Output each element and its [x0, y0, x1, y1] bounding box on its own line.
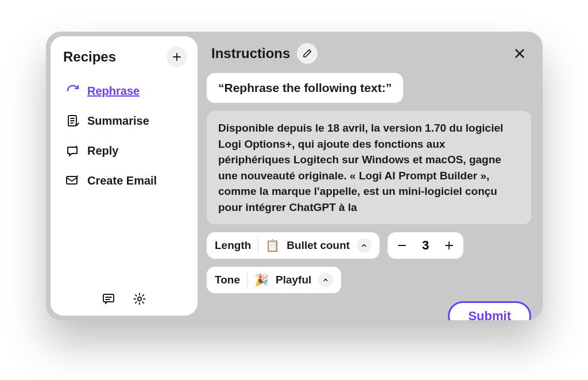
sidebar-item-rephrase[interactable]: Rephrase [59, 78, 189, 104]
chat-icon [102, 292, 115, 306]
increment-button[interactable] [440, 237, 458, 254]
reply-icon [65, 143, 80, 158]
recipe-label: Create Email [87, 174, 157, 187]
add-recipe-button[interactable] [167, 47, 187, 67]
clipboard-icon: 📋 [265, 239, 280, 252]
feedback-button[interactable] [101, 291, 116, 306]
submit-row: Submit [207, 301, 531, 320]
length-mode: Bullet count [287, 239, 350, 252]
submit-button[interactable]: Submit [448, 301, 531, 320]
divider [258, 238, 258, 253]
svg-point-10 [138, 297, 141, 301]
chevron-up-icon [361, 242, 368, 249]
sidebar-footer [56, 291, 192, 309]
length-selector[interactable]: Length 📋 Bullet count [207, 232, 380, 259]
chevron-up-icon [322, 277, 329, 283]
minus-icon [397, 240, 407, 251]
length-dropdown-toggle[interactable] [357, 238, 372, 253]
settings-button[interactable] [132, 291, 147, 306]
gear-icon [133, 292, 146, 306]
edit-instructions-button[interactable] [297, 43, 318, 64]
pencil-icon [302, 48, 312, 59]
instructions-panel: Instructions “Rephrase the following tex… [202, 32, 543, 320]
recipe-label: Summarise [87, 114, 149, 128]
party-popper-icon: 🎉 [254, 273, 269, 287]
tone-dropdown-toggle[interactable] [318, 272, 333, 287]
recipe-label: Reply [87, 144, 118, 158]
refresh-icon [65, 83, 80, 98]
svg-rect-6 [67, 176, 77, 184]
tone-selector[interactable]: Tone 🎉 Playful [207, 267, 341, 293]
recipes-list: Rephrase Summarise Reply Create Email [56, 75, 192, 291]
recipes-sidebar: Recipes Rephrase Summarise [51, 36, 198, 316]
sidebar-item-create-email[interactable]: Create Email [59, 167, 189, 194]
tone-value: Playful [276, 274, 311, 286]
plus-icon [172, 52, 182, 62]
bullet-count-value: 3 [421, 238, 430, 253]
prompt-chip[interactable]: “Rephrase the following text:” [207, 73, 403, 103]
sidebar-item-reply[interactable]: Reply [59, 137, 189, 164]
tone-row: Tone 🎉 Playful [207, 267, 531, 293]
sidebar-header: Recipes [56, 47, 192, 75]
decrement-button[interactable] [393, 237, 411, 254]
sidebar-item-summarise[interactable]: Summarise [59, 108, 189, 134]
instructions-title: Instructions [211, 45, 290, 62]
length-row: Length 📋 Bullet count 3 [207, 232, 531, 259]
divider [247, 272, 247, 287]
bullet-count-stepper: 3 [388, 232, 463, 259]
source-text[interactable]: Disponible depuis le 18 avril, la versio… [207, 111, 531, 224]
length-label: Length [215, 239, 251, 252]
recipe-label: Rephrase [87, 85, 140, 98]
create-email-icon [65, 173, 80, 188]
main-header: Instructions [207, 41, 531, 65]
sidebar-title: Recipes [63, 49, 116, 65]
tone-label: Tone [215, 274, 240, 286]
close-icon [513, 47, 526, 60]
close-button[interactable] [509, 43, 530, 64]
summarise-icon [65, 113, 80, 128]
plus-icon [444, 240, 454, 251]
svg-rect-7 [103, 294, 114, 302]
app-window: Recipes Rephrase Summarise [46, 32, 543, 320]
